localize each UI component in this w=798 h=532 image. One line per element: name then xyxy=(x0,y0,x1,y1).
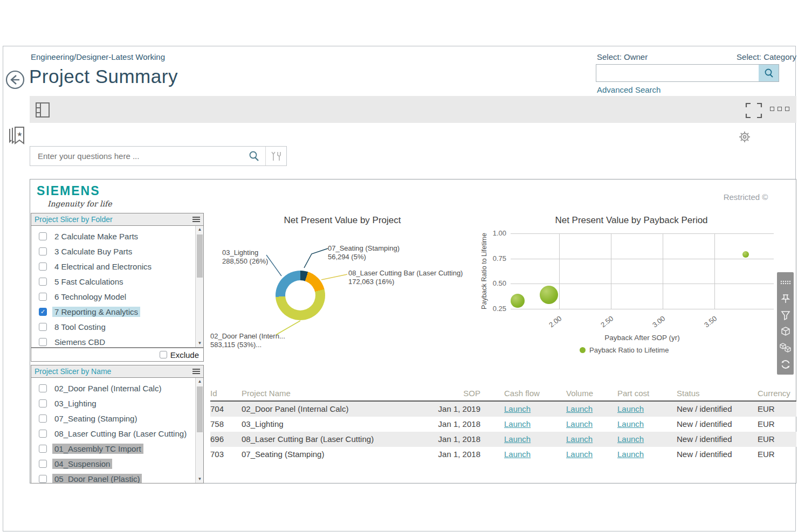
table-header-id[interactable]: Id xyxy=(210,387,242,402)
launch-link[interactable]: Launch xyxy=(504,434,531,444)
slicer-item-label[interactable]: Siemens CBD xyxy=(52,337,107,347)
qa-question-input[interactable] xyxy=(30,151,248,161)
slicer-item-checkbox[interactable] xyxy=(39,338,47,346)
launch-link[interactable]: Launch xyxy=(566,404,593,413)
slicer-item-checkbox[interactable] xyxy=(39,293,47,301)
slicer-item-checkbox[interactable] xyxy=(39,399,47,407)
cube-icon[interactable] xyxy=(780,324,791,338)
slicer-item[interactable]: 5 Fast Calculations xyxy=(39,274,203,289)
slicer-item-label[interactable]: 08_Laser Cutting Bar (Laser Cutting) xyxy=(52,429,189,439)
launch-link[interactable]: Launch xyxy=(617,404,644,413)
pin-icon[interactable] xyxy=(780,292,791,306)
slicer-item-checkbox[interactable] xyxy=(39,247,47,255)
slicer-item[interactable]: 08_Laser Cutting Bar (Laser Cutting) xyxy=(39,426,203,441)
launch-link[interactable]: Launch xyxy=(504,419,531,429)
table-header-project-name[interactable]: Project Name xyxy=(242,387,421,402)
qa-filter-icon[interactable] xyxy=(266,150,286,163)
scatter-point[interactable] xyxy=(511,294,525,308)
slicer-item[interactable]: 02_Door Panel (Internal Calc) xyxy=(39,381,203,396)
launch-link[interactable]: Launch xyxy=(566,450,593,459)
slicer-item[interactable]: Siemens CBD xyxy=(39,334,203,348)
slicer-item[interactable]: 05_Door Panel (Plastic) xyxy=(39,471,203,483)
launch-link[interactable]: Launch xyxy=(617,450,644,459)
table-header-currency[interactable]: Currency xyxy=(758,387,796,402)
slicer-item-checkbox[interactable] xyxy=(39,323,47,331)
slicer-item-label[interactable]: 2 Calculate Make Parts xyxy=(52,231,140,241)
slicer-item-checkbox[interactable] xyxy=(39,262,47,271)
refresh-icon[interactable] xyxy=(780,357,792,371)
slicer-item-checkbox[interactable] xyxy=(39,475,47,483)
slicer-item-checkbox[interactable] xyxy=(39,414,47,423)
more-options-icon[interactable] xyxy=(770,107,789,111)
slicer-item-label[interactable]: 5 Fast Calculations xyxy=(52,277,126,287)
qa-search-icon[interactable] xyxy=(248,150,260,162)
table-header-status[interactable]: Status xyxy=(677,387,758,402)
folder-slicer-menu-icon[interactable] xyxy=(192,216,200,223)
scroll-up-icon[interactable]: ▲ xyxy=(196,378,204,385)
search-button[interactable] xyxy=(759,65,779,81)
table-header-part-cost[interactable]: Part cost xyxy=(617,387,677,402)
page-layout-icon[interactable] xyxy=(35,101,50,121)
slicer-item-label[interactable]: 3 Calculate Buy Parts xyxy=(52,246,134,257)
scroll-down-icon[interactable]: ▼ xyxy=(196,340,204,347)
slicer-item[interactable]: 3 Calculate Buy Parts xyxy=(39,244,203,259)
drag-handle-icon[interactable] xyxy=(780,275,792,289)
slicer-item[interactable]: 2 Calculate Make Parts xyxy=(39,229,203,244)
slicer-item-label[interactable]: 4 Electrical and Electronics xyxy=(52,261,154,272)
settings-gear-icon[interactable] xyxy=(738,130,751,146)
slicer-item-checkbox[interactable] xyxy=(39,232,47,240)
slicer-item[interactable]: 03_Lighting xyxy=(39,396,203,411)
folder-slicer-scrollbar[interactable]: ▲ ▼ xyxy=(195,226,203,347)
donut-ring[interactable] xyxy=(276,271,325,320)
slicer-item-label[interactable]: 03_Lighting xyxy=(52,398,99,409)
slicer-item[interactable]: 4 Electrical and Electronics xyxy=(39,259,203,274)
slicer-item-checkbox[interactable] xyxy=(39,278,47,286)
cubes-icon[interactable] xyxy=(780,341,792,355)
slicer-item[interactable]: ✓7 Reporting & Analytics xyxy=(39,304,203,319)
exclude-checkbox[interactable] xyxy=(160,351,167,358)
slicer-item-checkbox[interactable]: ✓ xyxy=(39,308,47,316)
fullscreen-icon[interactable] xyxy=(745,102,762,121)
name-slicer-menu-icon[interactable] xyxy=(192,368,200,375)
scrollbar-thumb[interactable] xyxy=(197,386,203,432)
slicer-item-label[interactable]: 8 Tool Costing xyxy=(52,322,108,332)
slicer-item-label[interactable]: 04_Suspension xyxy=(52,459,112,469)
table-header-cash-flow[interactable]: Cash flow xyxy=(483,387,566,402)
launch-link[interactable]: Launch xyxy=(504,450,531,459)
bookmarks-icon[interactable]: ★ xyxy=(6,126,26,148)
scrollbar-thumb[interactable] xyxy=(197,234,203,278)
slicer-item[interactable]: 07_Seating (Stamping) xyxy=(39,411,203,426)
slicer-item-label[interactable]: 6 Technology Model xyxy=(52,292,128,302)
slicer-item[interactable]: 8 Tool Costing xyxy=(39,319,203,334)
launch-link[interactable]: Launch xyxy=(504,404,531,413)
table-header-volume[interactable]: Volume xyxy=(566,387,617,402)
slicer-item-label[interactable]: 05_Door Panel (Plastic) xyxy=(52,474,142,484)
slicer-item-label[interactable]: 02_Door Panel (Internal Calc) xyxy=(52,383,163,393)
table-cell-id: 758 xyxy=(210,417,242,432)
launch-link[interactable]: Launch xyxy=(617,434,644,444)
scroll-down-icon[interactable]: ▼ xyxy=(196,475,204,483)
scatter-point[interactable] xyxy=(540,286,558,304)
slicer-item-checkbox[interactable] xyxy=(39,384,47,392)
table-header-sop[interactable]: SOP xyxy=(421,387,483,402)
launch-link[interactable]: Launch xyxy=(617,419,644,429)
slicer-item[interactable]: 01_Assembly TC Import xyxy=(39,441,203,456)
slicer-item-label[interactable]: 07_Seating (Stamping) xyxy=(52,413,139,424)
name-slicer-scrollbar[interactable]: ▲ ▼ xyxy=(195,378,203,483)
back-button[interactable] xyxy=(5,70,25,90)
scatter-y-axis-label: Payback Ratio to Lifetime xyxy=(480,228,488,314)
launch-link[interactable]: Launch xyxy=(566,419,593,429)
slicer-item-checkbox[interactable] xyxy=(39,460,47,468)
slicer-item-label[interactable]: 7 Reporting & Analytics xyxy=(52,307,140,317)
scroll-up-icon[interactable]: ▲ xyxy=(196,226,204,233)
slicer-item-label[interactable]: 01_Assembly TC Import xyxy=(52,444,143,454)
slicer-item[interactable]: 04_Suspension xyxy=(39,456,203,471)
scatter-point[interactable] xyxy=(742,251,749,258)
advanced-search-link[interactable]: Advanced Search xyxy=(597,85,661,94)
slicer-item-checkbox[interactable] xyxy=(39,445,47,453)
search-input[interactable] xyxy=(596,65,759,81)
slicer-item-checkbox[interactable] xyxy=(39,430,47,438)
launch-link[interactable]: Launch xyxy=(566,434,593,444)
filter-icon[interactable] xyxy=(780,308,791,322)
slicer-item[interactable]: 6 Technology Model xyxy=(39,289,203,304)
